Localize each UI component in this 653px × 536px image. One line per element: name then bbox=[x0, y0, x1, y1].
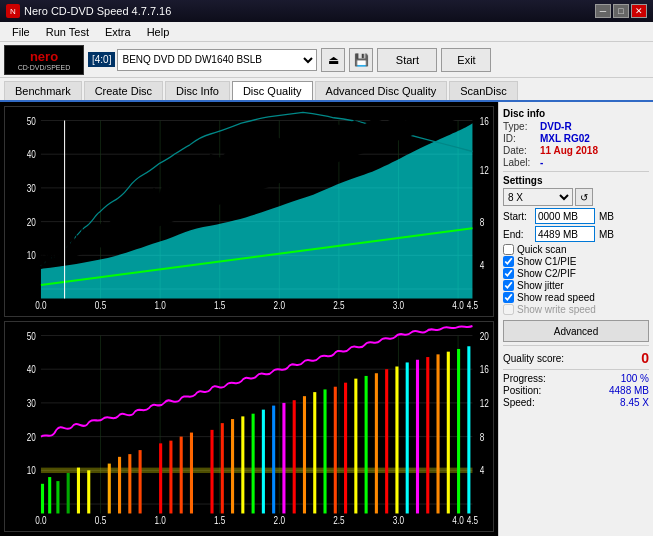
disc-type-row: Type: DVD-R bbox=[503, 121, 649, 132]
chart-bottom-svg: 50 40 30 20 10 20 16 12 8 4 0.0 0.5 1.0 … bbox=[5, 322, 493, 531]
svg-rect-78 bbox=[365, 376, 368, 514]
disc-label-row: Label: - bbox=[503, 157, 649, 168]
start-mb-label: MB bbox=[599, 211, 614, 222]
app-icon: N bbox=[6, 4, 20, 18]
window-controls[interactable]: ─ □ ✕ bbox=[595, 4, 647, 18]
svg-rect-61 bbox=[180, 437, 183, 514]
show-c2-label: Show C2/PIF bbox=[517, 268, 576, 279]
menu-extra[interactable]: Extra bbox=[97, 24, 139, 40]
menu-bar: File Run Test Extra Help bbox=[0, 22, 653, 42]
svg-rect-80 bbox=[385, 369, 388, 513]
end-label: End: bbox=[503, 229, 531, 240]
show-write-speed-label: Show write speed bbox=[517, 304, 596, 315]
exit-button[interactable]: Exit bbox=[441, 48, 491, 72]
svg-rect-71 bbox=[293, 400, 296, 513]
drive-dropdown[interactable]: BENQ DVD DD DW1640 BSLB bbox=[117, 49, 317, 71]
svg-text:3.0: 3.0 bbox=[393, 514, 404, 526]
menu-help[interactable]: Help bbox=[139, 24, 178, 40]
svg-text:40: 40 bbox=[27, 363, 36, 375]
advanced-button[interactable]: Advanced bbox=[503, 320, 649, 342]
svg-rect-64 bbox=[221, 423, 224, 513]
disc-id-row: ID: MXL RG02 bbox=[503, 133, 649, 144]
svg-text:20: 20 bbox=[480, 329, 489, 341]
show-write-speed-checkbox[interactable] bbox=[503, 304, 514, 315]
tab-bar: Benchmark Create Disc Disc Info Disc Qua… bbox=[0, 78, 653, 102]
main-content: 50 40 30 20 10 16 12 8 4 0.0 0.5 1.0 1.5… bbox=[0, 102, 653, 536]
svg-text:1.5: 1.5 bbox=[214, 514, 225, 526]
speed-row: 8 X ↺ bbox=[503, 188, 649, 206]
svg-rect-87 bbox=[457, 349, 460, 514]
show-c1-row: Show C1/PIE bbox=[503, 256, 649, 267]
tab-disc-quality[interactable]: Disc Quality bbox=[232, 81, 313, 100]
svg-rect-53 bbox=[77, 468, 80, 514]
tab-disc-info[interactable]: Disc Info bbox=[165, 81, 230, 100]
svg-rect-85 bbox=[436, 354, 439, 513]
chart-top: 50 40 30 20 10 16 12 8 4 0.0 0.5 1.0 1.5… bbox=[4, 106, 494, 317]
svg-rect-86 bbox=[447, 352, 450, 514]
show-c1-checkbox[interactable] bbox=[503, 256, 514, 267]
show-jitter-checkbox[interactable] bbox=[503, 280, 514, 291]
start-field-row: Start: MB bbox=[503, 208, 649, 224]
chart-bottom: 50 40 30 20 10 20 16 12 8 4 0.0 0.5 1.0 … bbox=[4, 321, 494, 532]
svg-rect-79 bbox=[375, 373, 378, 513]
quality-score-label: Quality score: bbox=[503, 353, 564, 364]
svg-text:30: 30 bbox=[27, 182, 36, 194]
start-label: Start: bbox=[503, 211, 531, 222]
show-jitter-row: Show jitter bbox=[503, 280, 649, 291]
svg-text:40: 40 bbox=[27, 148, 36, 160]
svg-text:50: 50 bbox=[27, 114, 36, 126]
svg-text:4.5: 4.5 bbox=[467, 299, 478, 311]
speed-row-display: Speed: 8.45 X bbox=[503, 397, 649, 408]
svg-rect-76 bbox=[344, 383, 347, 514]
svg-rect-88 bbox=[467, 346, 470, 513]
svg-rect-52 bbox=[67, 473, 70, 513]
svg-text:3.0: 3.0 bbox=[393, 299, 404, 311]
end-input[interactable] bbox=[535, 226, 595, 242]
show-read-speed-row: Show read speed bbox=[503, 292, 649, 303]
svg-rect-69 bbox=[272, 406, 275, 514]
tab-create-disc[interactable]: Create Disc bbox=[84, 81, 163, 100]
svg-text:1.0: 1.0 bbox=[154, 299, 165, 311]
disc-date-label: Date: bbox=[503, 145, 538, 156]
svg-text:2.0: 2.0 bbox=[274, 514, 285, 526]
svg-text:0.5: 0.5 bbox=[95, 299, 106, 311]
menu-run-test[interactable]: Run Test bbox=[38, 24, 97, 40]
disc-label-value: - bbox=[540, 157, 543, 168]
nero-brand-text: nero bbox=[18, 49, 71, 64]
disc-date-value: 11 Aug 2018 bbox=[540, 145, 598, 156]
tab-scandisc[interactable]: ScanDisc bbox=[449, 81, 517, 100]
save-button[interactable]: 💾 bbox=[349, 48, 373, 72]
tab-benchmark[interactable]: Benchmark bbox=[4, 81, 82, 100]
menu-file[interactable]: File bbox=[4, 24, 38, 40]
svg-text:16: 16 bbox=[480, 114, 489, 126]
speed-refresh-button[interactable]: ↺ bbox=[575, 188, 593, 206]
svg-text:12: 12 bbox=[480, 397, 489, 409]
svg-rect-60 bbox=[169, 441, 172, 514]
disc-id-value: MXL RG02 bbox=[540, 133, 590, 144]
divider-3 bbox=[503, 369, 649, 370]
eject-button[interactable]: ⏏ bbox=[321, 48, 345, 72]
svg-rect-54 bbox=[87, 470, 90, 513]
speed-display-label: Speed: bbox=[503, 397, 535, 408]
minimize-button[interactable]: ─ bbox=[595, 4, 611, 18]
show-c2-checkbox[interactable] bbox=[503, 268, 514, 279]
quick-scan-checkbox[interactable] bbox=[503, 244, 514, 255]
svg-rect-58 bbox=[139, 450, 142, 513]
end-field-row: End: MB bbox=[503, 226, 649, 242]
svg-rect-82 bbox=[406, 362, 409, 513]
speed-select[interactable]: 8 X bbox=[503, 188, 573, 206]
start-button[interactable]: Start bbox=[377, 48, 437, 72]
svg-text:2.5: 2.5 bbox=[333, 299, 344, 311]
maximize-button[interactable]: □ bbox=[613, 4, 629, 18]
svg-text:16: 16 bbox=[480, 363, 489, 375]
progress-value: 100 % bbox=[621, 373, 649, 384]
disc-info-title: Disc info bbox=[503, 108, 649, 119]
quality-score-value: 0 bbox=[641, 350, 649, 366]
disc-type-label: Type: bbox=[503, 121, 538, 132]
svg-rect-81 bbox=[395, 366, 398, 513]
nero-product-text: CD·DVD/SPEED bbox=[18, 64, 71, 71]
start-input[interactable] bbox=[535, 208, 595, 224]
close-button[interactable]: ✕ bbox=[631, 4, 647, 18]
tab-advanced-disc-quality[interactable]: Advanced Disc Quality bbox=[315, 81, 448, 100]
show-read-speed-checkbox[interactable] bbox=[503, 292, 514, 303]
